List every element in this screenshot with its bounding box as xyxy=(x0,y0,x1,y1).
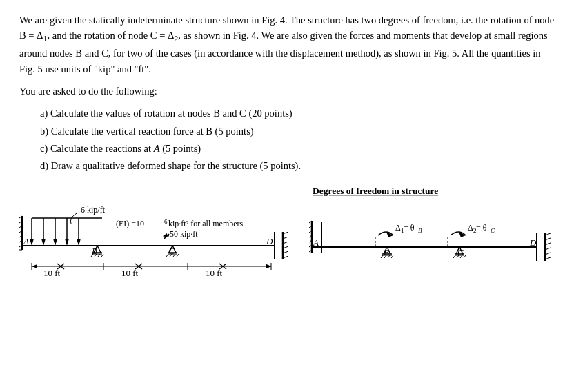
figure-left: -6 kip/ft (EI) =10 6 kip·ft² for all mem… xyxy=(19,184,309,287)
svg-rect-52 xyxy=(275,232,283,259)
svg-text:D: D xyxy=(529,237,537,248)
svg-line-40 xyxy=(98,254,100,257)
svg-line-99 xyxy=(391,255,393,258)
moment-label: 50 kip·ft xyxy=(170,229,198,239)
svg-line-41 xyxy=(101,254,103,257)
svg-text:C: C xyxy=(457,247,464,257)
svg-marker-79 xyxy=(266,264,271,268)
svg-text:A: A xyxy=(313,237,319,248)
svg-text:= θ: = θ xyxy=(476,223,487,233)
dof-title: Degrees of freedom in structure xyxy=(313,186,438,196)
svg-rect-111 xyxy=(537,233,545,261)
svg-text:B: B xyxy=(418,227,422,234)
svg-text:10 ft: 10 ft xyxy=(206,268,223,278)
question-d: d) Draw a qualitative deformed shape for… xyxy=(40,158,555,174)
svg-text:6: 6 xyxy=(164,218,168,225)
paragraph-1: We are given the statically indeterminat… xyxy=(19,12,555,77)
svg-text:A: A xyxy=(23,236,29,246)
figure-right-svg: Degrees of freedom in structure A xyxy=(309,184,557,287)
svg-text:= θ: = θ xyxy=(404,223,415,233)
question-c: c) Calculate the reactions at A (5 point… xyxy=(40,141,555,157)
questions-list: a) Calculate the values of rotation at n… xyxy=(40,106,555,174)
delta1-label: Δ xyxy=(395,223,401,233)
delta2-label: Δ xyxy=(468,223,473,233)
svg-text:kip·ft² for all members: kip·ft² for all members xyxy=(168,219,244,228)
svg-marker-28 xyxy=(77,239,81,246)
svg-text:B: B xyxy=(384,247,389,257)
svg-text:10 ft: 10 ft xyxy=(121,268,139,278)
svg-marker-24 xyxy=(53,239,57,246)
page: We are given the statically indeterminat… xyxy=(0,0,574,392)
intro-text: You are asked to do the following: xyxy=(19,84,555,99)
svg-line-50 xyxy=(177,254,179,257)
figure-area: -6 kip/ft (EI) =10 6 kip·ft² for all mem… xyxy=(19,184,555,287)
svg-text:D: D xyxy=(266,236,273,246)
question-a: a) Calculate the values of rotation at n… xyxy=(40,106,555,121)
svg-line-96 xyxy=(381,255,383,258)
svg-line-105 xyxy=(453,255,455,258)
question-b: b) Calculate the vertical reaction force… xyxy=(40,124,555,139)
svg-marker-63 xyxy=(32,264,37,268)
svg-text:C: C xyxy=(491,227,495,234)
figure-right: Degrees of freedom in structure A xyxy=(309,184,557,287)
svg-line-108 xyxy=(464,255,466,258)
ei-label: (EI) =10 xyxy=(116,219,144,228)
svg-line-35 xyxy=(97,246,101,253)
load-label: -6 kip/ft xyxy=(78,205,106,215)
svg-marker-26 xyxy=(65,239,69,246)
svg-text:10 ft: 10 ft xyxy=(43,268,61,278)
figure-left-svg: -6 kip/ft (EI) =10 6 kip·ft² for all mem… xyxy=(19,184,309,287)
svg-marker-22 xyxy=(41,239,46,246)
